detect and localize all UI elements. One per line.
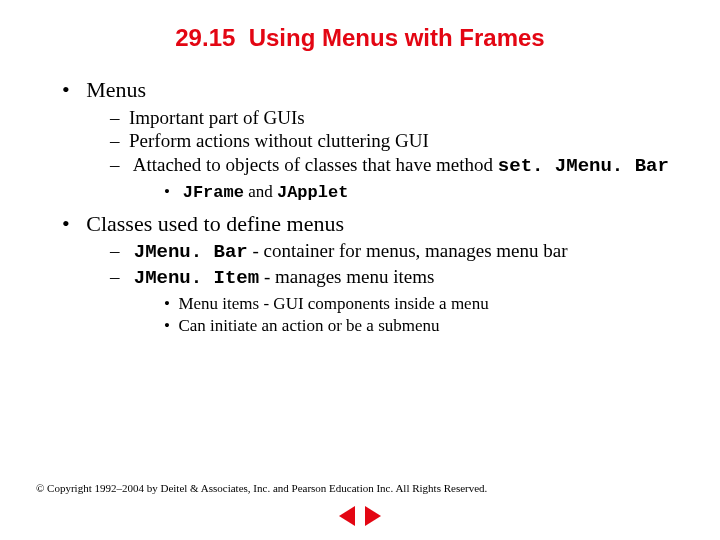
code-text: JMenu. Bar [134,241,248,263]
bullet-text: Menus [86,77,146,102]
bullet-text: Classes used to define menus [86,211,344,236]
bullet-text: Perform actions without cluttering GUI [129,130,429,151]
subsubbullet: Can initiate an action or be a submenu [164,315,680,337]
code-text: set. JMenu. Bar [498,155,669,177]
subbullet: Important part of GUIs [110,106,680,130]
code-text: JFrame [183,183,244,202]
code-text: JMenu. Item [134,267,259,289]
next-slide-icon[interactable] [365,506,381,526]
bullet-menus: Menus Important part of GUIs Perform act… [62,76,680,204]
subbullet: JMenu. Bar - container for menus, manage… [110,239,680,265]
slide-body: Menus Important part of GUIs Perform act… [62,76,680,343]
bullet-text: Can initiate an action or be a submenu [178,316,439,335]
bullet-text: Attached to objects of classes that have… [133,154,498,175]
bullet-text: and [244,182,277,201]
slide-title: 29.15 Using Menus with Frames [0,24,720,52]
subsubbullet: JFrame and JApplet [164,181,680,204]
bullet-classes: Classes used to define menus JMenu. Bar … [62,210,680,337]
bullet-text: Menu items - GUI components inside a men… [178,294,488,313]
subbullet: JMenu. Item - manages menu items Menu it… [110,265,680,337]
bullet-text: - manages menu items [259,266,434,287]
subbullet: Perform actions without cluttering GUI [110,129,680,153]
bullet-text: Important part of GUIs [129,107,305,128]
subbullet: Attached to objects of classes that have… [110,153,680,204]
slide-nav [0,506,720,526]
bullet-text: - container for menus, manages menu bar [248,240,568,261]
subsubbullet: Menu items - GUI components inside a men… [164,293,680,315]
code-text: JApplet [277,183,348,202]
slide: 29.15 Using Menus with Frames Menus Impo… [0,0,720,540]
prev-slide-icon[interactable] [339,506,355,526]
copyright-notice: © Copyright 1992–2004 by Deitel & Associ… [36,482,487,494]
